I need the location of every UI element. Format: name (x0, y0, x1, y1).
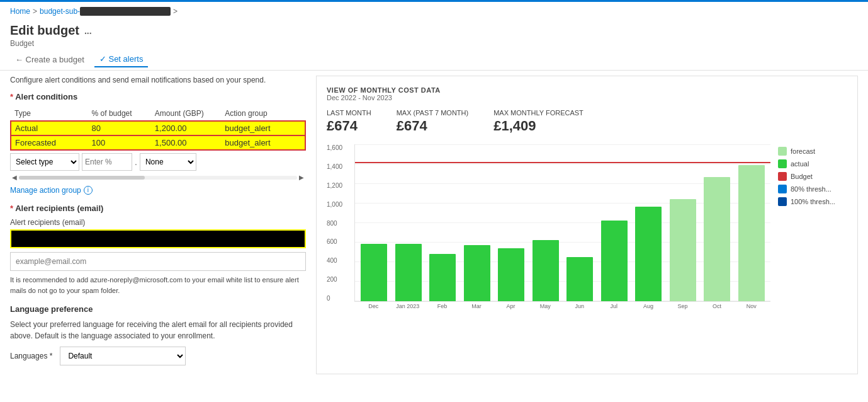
y-label-400: 400 (327, 257, 352, 264)
language-preference-label: Language preference (10, 304, 306, 314)
y-label-800: 800 (327, 220, 352, 227)
stat-max-past-value: £674 (397, 118, 469, 134)
select-type-dropdown[interactable]: Select type (10, 153, 79, 171)
alert-recipients-title: Alert recipients (email) (15, 204, 103, 213)
alert-conditions-section: * Alert conditions Type % of budget Amou… (10, 92, 306, 195)
bar-actual-6 (566, 257, 593, 301)
tab-alerts-label: ✓ Set alerts (99, 54, 144, 64)
chart-header: VIEW OF MONTHLY COST DATA Dec 2022 - Nov… (327, 86, 847, 101)
stat-last-month-value: £674 (327, 118, 371, 134)
bar-group-0 (358, 144, 391, 301)
x-label-8: Aug (632, 302, 665, 309)
chart-area: 1,600 1,400 1,200 1,000 800 600 400 200 … (327, 144, 847, 321)
breadcrumb-masked: ████████████████ (80, 7, 171, 16)
languages-label: Languages * (10, 352, 52, 360)
action-group-dropdown[interactable]: None (140, 153, 196, 171)
alert-conditions-title: Alert conditions (15, 92, 77, 101)
y-label-0: 0 (327, 295, 352, 302)
legend-actual: actual (778, 159, 847, 168)
bar-group-2 (426, 144, 459, 301)
y-label-1600: 1,600 (327, 144, 352, 151)
stat-max-past-label: MAX (PAST 7 MONTH) (397, 109, 469, 117)
stats-row: LAST MONTH £674 MAX (PAST 7 MONTH) £674 … (327, 109, 847, 134)
y-label-200: 200 (327, 276, 352, 283)
tab-create-label: ← Create a budget (15, 55, 84, 64)
tabs-bar: ← Create a budget ✓ Set alerts (0, 49, 868, 71)
bar-group-1 (392, 144, 426, 301)
table-row-forecasted: Forecasted 100 1,500.00 budget_alert (11, 135, 305, 150)
more-options-button[interactable]: ... (84, 26, 92, 36)
breadcrumb-budget-sub[interactable]: budget-sub- (40, 7, 80, 16)
email-note: It is recommended to add azure-noreply@m… (10, 275, 306, 296)
page-title-text: Edit budget (10, 23, 79, 38)
chart-legend: forecast actual Budget 80% thresh... 100… (778, 144, 847, 321)
x-label-0: Dec (357, 302, 390, 309)
bar-actual-4 (498, 248, 524, 301)
col-header-type: Type (11, 106, 88, 121)
legend-label-thresh100: 100% thresh... (791, 198, 835, 205)
bar-actual-8 (635, 207, 662, 301)
email-placeholder-input[interactable] (10, 252, 306, 271)
bar-actual-0 (361, 244, 387, 301)
alert-conditions-table: Type % of budget Amount (GBP) Action gro… (10, 106, 306, 151)
row1-pct: 80 (88, 121, 151, 135)
email-field-label: Alert recipients (email) (10, 218, 306, 227)
x-label-9: Sep (666, 302, 699, 309)
breadcrumb-chevron: > (173, 7, 178, 16)
x-label-4: Apr (494, 302, 527, 309)
horizontal-scrollbar[interactable]: ◀ ▶ (10, 173, 306, 182)
scroll-right-arrow[interactable]: ▶ (297, 173, 306, 182)
col-header-pct: % of budget (88, 106, 151, 121)
stat-max-forecast-label: MAX MONTHLY FORECAST (493, 109, 583, 117)
enter-pct-input[interactable] (82, 153, 132, 171)
legend-box-budget (778, 172, 787, 181)
bar-group-8 (632, 144, 665, 301)
bar-group-9 (667, 144, 700, 301)
scroll-left-arrow[interactable]: ◀ (10, 173, 19, 182)
row2-pct: 100 (88, 135, 151, 150)
bar-group-10 (701, 144, 734, 301)
bar-actual-5 (533, 240, 559, 301)
bar-group-6 (563, 144, 597, 301)
y-label-600: 600 (327, 238, 352, 245)
required-star: * (10, 92, 13, 101)
chart-title: VIEW OF MONTHLY COST DATA (327, 86, 847, 94)
bar-group-7 (598, 144, 631, 301)
info-icon: i (84, 186, 93, 195)
legend-label-forecast: forecast (791, 147, 815, 155)
legend-label-actual: actual (791, 160, 809, 168)
legend-box-actual (778, 159, 787, 168)
breadcrumb-home[interactable]: Home (10, 7, 30, 16)
x-label-5: May (529, 302, 562, 309)
y-axis: 1,600 1,400 1,200 1,000 800 600 400 200 … (327, 144, 352, 302)
legend-thresh100: 100% thresh... (778, 197, 847, 206)
bar-actual-3 (464, 245, 490, 301)
x-label-1: Jan 2023 (392, 302, 425, 309)
bar-group-5 (529, 144, 563, 301)
description-text: Configure alert conditions and send emai… (10, 76, 306, 84)
scrollbar-track (19, 176, 297, 180)
tab-create-budget[interactable]: ← Create a budget (10, 52, 89, 67)
x-label-6: Jun (563, 302, 596, 309)
y-label-1000: 1,000 (327, 201, 352, 208)
email-masked-input[interactable] (10, 229, 306, 248)
bars-container (355, 144, 770, 301)
col-header-amount: Amount (GBP) (151, 106, 221, 121)
row1-amount: 1,200.00 (151, 121, 221, 135)
alert-recipients-section: * Alert recipients (email) Alert recipie… (10, 204, 306, 296)
dot-separator: . (135, 157, 137, 167)
manage-action-group-link[interactable]: Manage action group i (10, 186, 306, 195)
stat-last-month: LAST MONTH £674 (327, 109, 371, 134)
breadcrumb-sep1: > (33, 7, 37, 16)
right-panel-chart: VIEW OF MONTHLY COST DATA Dec 2022 - Nov… (316, 76, 858, 374)
languages-dropdown[interactable]: Default English French German Spanish (60, 347, 186, 365)
chart-body (354, 144, 770, 302)
x-label-10: Oct (701, 302, 734, 309)
row1-action: budget_alert (221, 121, 305, 135)
bar-actual-2 (429, 254, 456, 301)
language-row: Languages * Default English French Germa… (10, 347, 306, 365)
x-label-11: Nov (735, 302, 768, 309)
stat-max-forecast: MAX MONTHLY FORECAST £1,409 (493, 109, 583, 134)
tab-set-alerts[interactable]: ✓ Set alerts (94, 52, 149, 67)
main-layout: Configure alert conditions and send emai… (0, 76, 868, 374)
